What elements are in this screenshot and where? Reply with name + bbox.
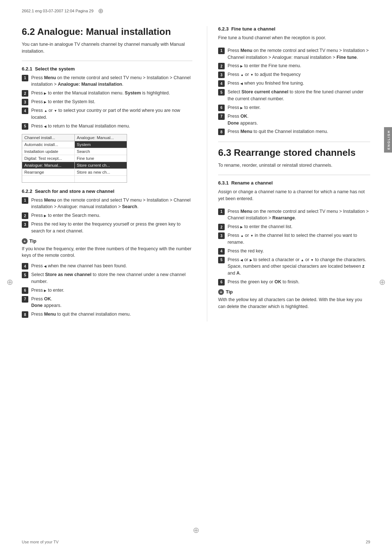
table-cell-6-2 — [75, 176, 127, 182]
section-63-title: 6.3 Rearrange stored channels — [218, 147, 370, 158]
step-621-1: 1 Press Menu on the remote control and s… — [22, 74, 192, 88]
top-crosshair — [97, 7, 105, 15]
step-631-4: 4 Press the red key. — [218, 248, 370, 255]
section-62-rule — [22, 61, 192, 61]
step-623-8: 8 Press Menu to quit the Channel install… — [218, 128, 370, 135]
step-622-5: 5 Select Store as new channel to store t… — [22, 271, 192, 285]
step-631-6: 6 Press the green key or OK to finish. — [218, 279, 370, 285]
step-623-6: 6 Press to enter. — [218, 104, 370, 111]
table-row-3: Digital: Test recept... Fine tune — [22, 155, 127, 162]
table-row-5: Rearrange Store as new ch... — [22, 169, 127, 176]
tip-622-icon: + — [22, 238, 28, 244]
section-623-desc: Fine tune a found channel when the recep… — [218, 35, 370, 41]
left-crosshair: ⊕ — [7, 278, 13, 287]
english-side-tab: ENGLISH — [384, 127, 392, 153]
subsection-631-title: 6.3.1 Rename a channel — [218, 180, 370, 186]
footer-right: 29 — [366, 540, 370, 544]
tip-622-label: Tip — [29, 238, 36, 244]
subsection-623-name: Fine tune a channel — [231, 26, 275, 32]
section-631-rule — [218, 175, 370, 175]
right-column: 6.2.3 Fine tune a channel Fine tune a fo… — [207, 26, 370, 321]
section-631-desc: Assign or change a channel name to a cha… — [218, 189, 370, 202]
table-cell-5-2: Store as new ch... — [75, 169, 127, 175]
subsection-622-title: 6.2.2 Search for and store a new channel — [22, 189, 192, 194]
step-622-6: 6 Press to enter. — [22, 287, 192, 294]
step-631-5: 5 Press or to select a character or or t… — [218, 256, 370, 277]
table-header-2: Analogue: Manual... — [75, 134, 127, 141]
menu-table: Channel install... Analogue: Manual... A… — [22, 134, 127, 183]
tip-622-title: + Tip — [22, 238, 192, 244]
table-cell-6-1 — [22, 176, 75, 182]
tip-631: + Tip With the yellow key all characters… — [218, 289, 370, 310]
step-623-7: 7 Press OK.Done appears. — [218, 113, 370, 127]
table-cell-4-1: Analogue: Manual... — [22, 162, 75, 169]
top-meta: 2662.1 eng 03-07-2007 12:04 Pagina 29 — [0, 0, 392, 15]
table-cell-3-1: Digital: Test recept... — [22, 155, 75, 162]
subsection-631-num: 6.3.1 — [218, 180, 229, 186]
step-623-2: 2 Press to enter the Fine tune menu. — [218, 62, 370, 69]
step-622-8: 8 Press Menu to quit the channel install… — [22, 311, 192, 318]
table-cell-4-2: Store current ch... — [75, 162, 127, 169]
subsection-621-title: 6.2.1 Select the system — [22, 66, 192, 72]
table-header-row: Channel install... Analogue: Manual... — [22, 134, 127, 141]
section-62-title: 6.2 Analogue: Manual installation — [22, 26, 192, 37]
step-622-3: 3 Press the red key to enter the frequen… — [22, 221, 192, 235]
subsection-621-name: Select the system — [35, 66, 75, 72]
step-621-3: 3 Press to enter the System list. — [22, 98, 192, 105]
section-62-desc: You can tune-in analogue TV channels cha… — [22, 41, 192, 55]
step-622-1: 1 Press Menu on the remote control and s… — [22, 197, 192, 211]
tip-631-icon: + — [218, 289, 224, 295]
table-cell-5-1: Rearrange — [22, 169, 75, 175]
steps-622-list: 1 Press Menu on the remote control and s… — [22, 197, 192, 235]
tip-631-title: + Tip — [218, 289, 370, 295]
step-621-2: 2 Press to enter the Manual installation… — [22, 90, 192, 97]
table-header-1: Channel install... — [22, 134, 75, 141]
tip-631-label: Tip — [226, 289, 233, 295]
subsection-622-num: 6.2.2 — [22, 189, 32, 194]
step-622-4: 4 Press when the new channel has been fo… — [22, 263, 192, 270]
left-column: 6.2 Analogue: Manual installation You ca… — [22, 26, 192, 321]
table-row-6 — [22, 176, 127, 182]
step-621-4: 4 Press or to select your country or par… — [22, 107, 192, 121]
subsection-623-title: 6.2.3 Fine tune a channel — [218, 26, 370, 32]
step-623-3: 3 Press or to adjust the frequency — [218, 71, 370, 78]
subsection-623-num: 6.2.3 — [218, 26, 229, 32]
table-cell-3-2: Fine tune — [75, 155, 127, 162]
step-623-1: 1 Press Menu on the remote control and s… — [218, 47, 370, 61]
meta-text: 2662.1 eng 03-07-2007 12:04 Pagina 29 — [22, 9, 94, 13]
step-623-5: 5 Select Store current channel to store … — [218, 89, 370, 102]
steps-631-list: 1 Press Menu on the remote control and s… — [218, 208, 370, 285]
step-631-3: 3 Press or in the channel list to select… — [218, 232, 370, 246]
section-63-rule — [218, 142, 370, 142]
subsection-622-name: Search for and store a new channel — [35, 189, 114, 194]
section-63-desc: To rename, reorder, uninstall or reinsta… — [218, 162, 370, 169]
table-row-1: Automatic install... System — [22, 141, 127, 148]
table-row-4: Analogue: Manual... Store current ch... — [22, 162, 127, 169]
table-cell-2-1: Installation update — [22, 148, 75, 155]
step-631-1: 1 Press Menu on the remote control and s… — [218, 208, 370, 222]
step-622-7: 7 Press OK.Done appears. — [22, 296, 192, 309]
page-footer: Use more of your TV 29 — [22, 540, 370, 544]
step-631-2: 2 Press to enter the channel list. — [218, 223, 370, 230]
subsection-631-name: Rename a channel — [231, 180, 273, 186]
step-623-4: 4 Press when you finished fine tuning. — [218, 80, 370, 87]
table-cell-1-2: System — [75, 141, 127, 148]
footer-left: Use more of your TV — [22, 540, 58, 544]
table-row-2: Installation update Search — [22, 148, 127, 155]
tip-622-text: If you know the frequency, enter the thr… — [22, 246, 192, 259]
main-content: 6.2 Analogue: Manual installation You ca… — [0, 15, 392, 336]
table-cell-2-2: Search — [75, 148, 127, 155]
bottom-crosshair: ⊕ — [193, 526, 199, 535]
steps-623-list: 1 Press Menu on the remote control and s… — [218, 47, 370, 135]
steps-621-list: 1 Press Menu on the remote control and s… — [22, 74, 192, 130]
subsection-621-num: 6.2.1 — [22, 66, 32, 72]
page-container: ⊕ ⊕ ENGLISH 2662.1 eng 03-07-2007 12:04 … — [0, 0, 392, 555]
tip-622: + Tip If you know the frequency, enter t… — [22, 238, 192, 259]
tip-631-text: With the yellow key all characters can b… — [218, 296, 370, 310]
steps-622b-list: 4 Press when the new channel has been fo… — [22, 263, 192, 318]
right-crosshair: ⊕ — [379, 278, 385, 287]
step-622-2: 2 Press to enter the Search menu. — [22, 212, 192, 219]
step-621-5: 5 Press to return to the Manual installa… — [22, 123, 192, 130]
table-cell-1-1: Automatic install... — [22, 141, 75, 148]
